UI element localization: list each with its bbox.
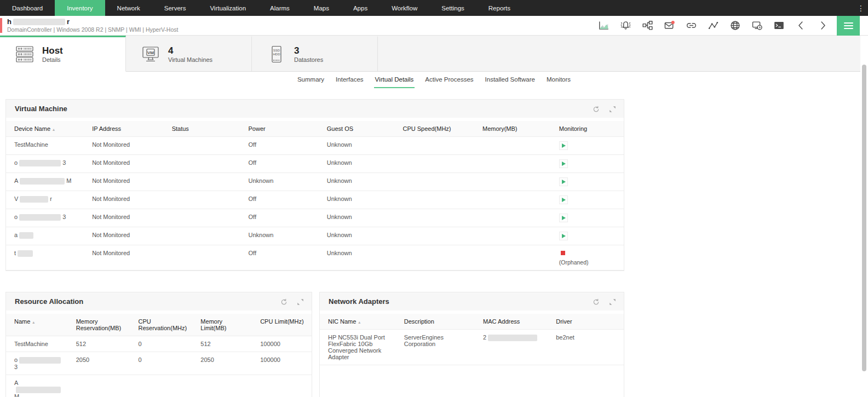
nav-item-servers[interactable]: Servers: [152, 0, 198, 16]
table-row[interactable]: VrNot MonitoredOffUnknown: [6, 191, 624, 209]
column-header-cpu-limit-mhz-[interactable]: CPU Limit(MHz): [252, 314, 312, 336]
table-row[interactable]: o3205002050100000: [6, 352, 312, 375]
sort-asc-icon: ▴: [32, 320, 35, 325]
nav-item-network[interactable]: Network: [105, 0, 152, 16]
refresh-icon[interactable]: [280, 298, 288, 305]
cpu-speed-cell: [394, 209, 474, 218]
device-name-cell: o3: [6, 155, 84, 171]
table-row[interactable]: AM: [6, 375, 312, 397]
device-name-cell: o3: [6, 352, 68, 375]
column-header-device-name[interactable]: Device Name▴: [6, 121, 84, 136]
column-header-driver[interactable]: Driver: [548, 314, 624, 329]
topology-icon[interactable]: [642, 20, 653, 31]
guest-os-cell: Unknown: [319, 155, 395, 170]
column-header-nic-name[interactable]: NIC Name▴: [320, 314, 396, 329]
column-header-name[interactable]: Name▴: [6, 314, 68, 336]
main-content: Virtual Machine Device Name▴IP AddressSt…: [0, 88, 868, 397]
tab-host-details[interactable]: Host Details: [0, 36, 126, 72]
scrollbar-thumb[interactable]: [862, 65, 866, 371]
column-header-guest-os[interactable]: Guest OS: [319, 121, 395, 136]
line-chart-icon[interactable]: [708, 20, 718, 31]
nav-item-alarms[interactable]: Alarms: [258, 0, 302, 16]
status-cell: [164, 137, 240, 146]
refresh-icon[interactable]: [593, 105, 600, 112]
start-monitoring-button[interactable]: [559, 159, 568, 168]
column-header-memory-mb-[interactable]: Memory(MB): [474, 121, 551, 136]
top-nav: DashboardInventoryNetworkServersVirtuali…: [0, 0, 868, 16]
column-header-cpu-speed-mhz-[interactable]: CPU Speed(MHz): [394, 121, 474, 136]
table-row[interactable]: o3Not MonitoredOffUnknown: [6, 155, 624, 173]
subtab-monitors[interactable]: Monitors: [545, 72, 572, 88]
value-cell: [252, 375, 312, 384]
tab-subtitle: Virtual Machines: [168, 56, 212, 63]
chevron-right-icon[interactable]: [818, 20, 828, 31]
subtab-installed-software[interactable]: Installed Software: [484, 72, 536, 88]
expand-icon[interactable]: [609, 298, 616, 305]
expand-icon[interactable]: [297, 298, 304, 305]
value-cell: [130, 375, 193, 384]
ip-address-cell: Not Monitored: [84, 173, 164, 188]
memory-cell: [474, 173, 551, 182]
table-row[interactable]: TestMachineNot MonitoredOffUnknown: [6, 137, 624, 155]
virtual-machine-panel: Virtual Machine Device Name▴IP AddressSt…: [5, 99, 624, 271]
redacted-text: [16, 387, 61, 393]
expand-icon[interactable]: [609, 105, 616, 112]
status-cell: [164, 245, 240, 254]
table-row[interactable]: TestMachine5120512100000: [6, 336, 312, 352]
mail-icon[interactable]: [664, 20, 675, 31]
table-row[interactable]: AMNot MonitoredUnknownUnknown: [6, 173, 624, 191]
area-chart-icon[interactable]: [599, 20, 609, 31]
subtab-summary[interactable]: Summary: [296, 72, 325, 88]
device-name: h r: [7, 18, 178, 26]
column-header-power[interactable]: Power: [240, 121, 318, 136]
table-row[interactable]: o3Not MonitoredOffUnknown: [6, 209, 624, 227]
ip-address-cell: Not Monitored: [84, 137, 164, 152]
link-icon[interactable]: [686, 20, 697, 31]
refresh-icon[interactable]: [593, 298, 600, 305]
nav-item-reports[interactable]: Reports: [476, 0, 522, 16]
chevron-left-icon[interactable]: [796, 20, 806, 31]
table-row[interactable]: aNot MonitoredUnknownUnknown: [6, 227, 624, 245]
subtab-virtual-details[interactable]: Virtual Details: [374, 72, 415, 88]
tab-count: 3: [294, 46, 323, 56]
nav-item-workflow[interactable]: Workflow: [380, 0, 429, 16]
device-name-cell: t: [6, 245, 84, 261]
tab-datastores[interactable]: SSD HDD 3 Datastores: [252, 36, 378, 71]
start-monitoring-button[interactable]: [559, 177, 568, 186]
start-monitoring-button[interactable]: [559, 214, 568, 222]
nav-item-virtualization[interactable]: Virtualization: [198, 0, 258, 16]
terminal-icon[interactable]: [774, 20, 784, 31]
subtab-active-processes[interactable]: Active Processes: [424, 72, 474, 88]
start-monitoring-button[interactable]: [559, 232, 568, 240]
tab-virtual-machines[interactable]: VM 4 Virtual Machines: [126, 36, 252, 71]
menu-button[interactable]: [837, 16, 860, 36]
nav-item-maps[interactable]: Maps: [302, 0, 341, 16]
column-header-cpu-reservation-mhz-[interactable]: CPU Reservation(MHz): [130, 314, 193, 336]
guest-os-cell: Unknown: [319, 191, 395, 206]
alarm-bell-icon[interactable]: [620, 20, 631, 31]
table-header-row: Name▴Memory Reservation(MB)CPU Reservati…: [6, 314, 312, 336]
table-row[interactable]: tNot MonitoredOffUnknown(Orphaned): [6, 245, 624, 271]
play-icon: [562, 143, 566, 148]
column-header-status[interactable]: Status: [164, 121, 240, 136]
column-header-memory-limit-mb-[interactable]: Memory Limit(MB): [192, 314, 252, 336]
nav-item-dashboard[interactable]: Dashboard: [0, 0, 55, 16]
nav-item-settings[interactable]: Settings: [429, 0, 476, 16]
column-header-description[interactable]: Description: [396, 314, 475, 329]
memory-cell: [474, 209, 551, 218]
vertical-scrollbar[interactable]: [860, 36, 868, 397]
tab-count: 4: [168, 46, 212, 56]
remote-access-icon[interactable]: [752, 20, 762, 31]
column-header-memory-reservation-mb-[interactable]: Memory Reservation(MB): [68, 314, 130, 336]
column-header-ip-address[interactable]: IP Address: [84, 121, 164, 136]
nav-item-inventory[interactable]: Inventory: [55, 0, 105, 16]
globe-icon[interactable]: [730, 20, 740, 31]
subtab-interfaces[interactable]: Interfaces: [335, 72, 365, 88]
start-monitoring-button[interactable]: [559, 195, 568, 204]
table-row[interactable]: HP NC553i Dual Port FlexFabric 10Gb Conv…: [320, 330, 624, 365]
start-monitoring-button[interactable]: [559, 141, 568, 150]
column-header-monitoring[interactable]: Monitoring: [551, 121, 624, 136]
overflow-menu-icon[interactable]: ⋮: [857, 0, 865, 16]
nav-item-apps[interactable]: Apps: [341, 0, 380, 16]
column-header-mac-address[interactable]: MAC Address: [475, 314, 548, 329]
